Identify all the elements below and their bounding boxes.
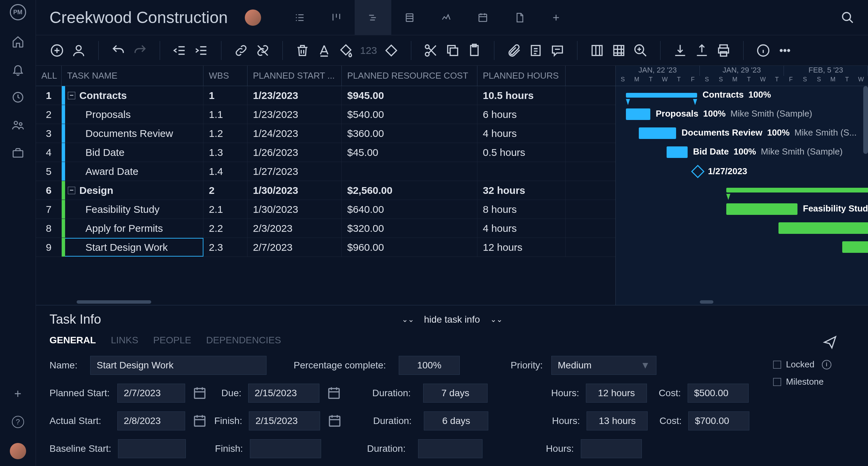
actual-duration-input[interactable]: 6 days xyxy=(424,411,488,430)
priority-select[interactable]: Medium▼ xyxy=(551,356,656,375)
cell-planned-start[interactable]: 1/30/2023 xyxy=(248,200,342,219)
briefcase-icon[interactable] xyxy=(12,146,24,159)
assign-icon[interactable] xyxy=(71,43,86,58)
cell-resource-cost[interactable] xyxy=(342,162,477,181)
cell-planned-start[interactable]: 1/27/2023 xyxy=(248,162,342,181)
grid-horizontal-scrollbar[interactable] xyxy=(36,299,615,305)
help-icon[interactable]: ? xyxy=(12,416,24,428)
calendar-icon[interactable] xyxy=(326,385,342,401)
cell-planned-hours[interactable]: 10.5 hours xyxy=(477,86,566,105)
col-header-start[interactable]: PLANNED START ... xyxy=(248,66,342,86)
attach-icon[interactable] xyxy=(507,43,521,58)
gantt-bar[interactable] xyxy=(726,203,797,215)
add-icon[interactable]: + xyxy=(14,387,21,401)
actual-cost-input[interactable]: $700.00 xyxy=(688,411,749,430)
cell-planned-hours[interactable] xyxy=(477,162,566,181)
cell-wbs[interactable]: 2.3 xyxy=(203,238,248,257)
grid-icon[interactable] xyxy=(611,43,626,58)
cell-task-name[interactable]: Bid Date xyxy=(62,143,203,162)
cell-wbs[interactable]: 1 xyxy=(203,86,248,105)
grid-row[interactable]: 1−Contracts11/23/2023$945.0010.5 hours xyxy=(36,86,615,105)
cell-planned-start[interactable]: 1/26/2023 xyxy=(248,143,342,162)
outdent-icon[interactable] xyxy=(172,43,187,58)
view-gantt[interactable] xyxy=(355,0,391,35)
cell-task-name[interactable]: Proposals xyxy=(62,105,203,124)
view-add[interactable] xyxy=(538,0,574,35)
chevron-down-icon[interactable]: ⌄⌄ xyxy=(402,315,414,324)
cell-planned-start[interactable]: 2/7/2023 xyxy=(248,238,342,257)
indent-icon[interactable] xyxy=(194,43,209,58)
cell-wbs[interactable]: 2.2 xyxy=(203,219,248,238)
col-header-hours[interactable]: PLANNED HOURS xyxy=(477,66,566,86)
gantt-bar[interactable] xyxy=(626,93,697,98)
actual-start-input[interactable]: 2/8/2023 xyxy=(117,411,185,430)
redo-icon[interactable] xyxy=(133,43,147,58)
calendar-icon[interactable] xyxy=(192,413,208,429)
cell-planned-hours[interactable]: 12 hours xyxy=(477,238,566,257)
collapse-icon[interactable]: − xyxy=(68,92,75,99)
gantt-bar[interactable] xyxy=(639,127,676,139)
project-avatar[interactable] xyxy=(245,9,261,26)
gantt-bar[interactable] xyxy=(667,146,688,158)
view-calendar[interactable] xyxy=(465,0,501,35)
planned-duration-input[interactable]: 7 days xyxy=(423,384,488,403)
gantt-bar[interactable] xyxy=(778,222,868,234)
app-logo[interactable]: PM xyxy=(10,4,26,20)
col-header-cost[interactable]: PLANNED RESOURCE COST xyxy=(342,66,477,86)
comment-icon[interactable] xyxy=(550,43,565,58)
info-icon[interactable] xyxy=(756,43,771,58)
columns-icon[interactable] xyxy=(590,43,605,58)
cell-planned-start[interactable]: 1/23/2023 xyxy=(248,105,342,124)
grid-row[interactable]: 2Proposals1.11/23/2023$540.006 hours xyxy=(36,105,615,124)
cell-task-name[interactable]: Documents Review xyxy=(62,124,203,143)
milestone-icon[interactable] xyxy=(384,43,399,58)
col-header-all[interactable]: ALL xyxy=(36,66,62,86)
baseline-finish-input[interactable] xyxy=(250,439,321,458)
gantt-horizontal-scrollbar[interactable] xyxy=(616,299,868,305)
view-dashboard[interactable] xyxy=(428,0,465,35)
grid-row[interactable]: 6−Design21/30/2023$2,560.0032 hours xyxy=(36,181,615,200)
tab-general[interactable]: GENERAL xyxy=(50,335,96,346)
cell-wbs[interactable]: 1.1 xyxy=(203,105,248,124)
cell-planned-start[interactable]: 1/24/2023 xyxy=(248,124,342,143)
cell-task-name[interactable]: −Design xyxy=(62,181,203,200)
copy-icon[interactable] xyxy=(445,43,460,58)
cell-planned-hours[interactable]: 0.5 hours xyxy=(477,143,566,162)
baseline-start-input[interactable] xyxy=(118,439,186,458)
grid-row[interactable]: 5Award Date1.41/27/2023 xyxy=(36,162,615,181)
undo-icon[interactable] xyxy=(111,43,126,58)
calendar-icon[interactable] xyxy=(192,385,208,401)
info-icon[interactable]: i xyxy=(822,360,831,369)
cell-resource-cost[interactable]: $45.00 xyxy=(342,143,477,162)
fill-icon[interactable] xyxy=(338,43,353,58)
planned-cost-input[interactable]: $500.00 xyxy=(688,384,749,403)
cell-planned-hours[interactable]: 6 hours xyxy=(477,105,566,124)
tab-links[interactable]: LINKS xyxy=(111,335,138,346)
col-header-wbs[interactable]: WBS xyxy=(203,66,248,86)
note-icon[interactable] xyxy=(528,43,543,58)
view-file[interactable] xyxy=(501,0,538,35)
cell-task-name[interactable]: Apply for Permits xyxy=(62,219,203,238)
grid-row[interactable]: 3Documents Review1.21/24/2023$360.004 ho… xyxy=(36,124,615,143)
gantt-milestone[interactable] xyxy=(691,165,705,178)
people-icon[interactable] xyxy=(12,119,24,131)
pct-input[interactable]: 100% xyxy=(399,356,460,375)
cell-task-name[interactable]: Award Date xyxy=(62,162,203,181)
cell-resource-cost[interactable]: $360.00 xyxy=(342,124,477,143)
name-input[interactable]: Start Design Work xyxy=(90,356,267,375)
cell-planned-hours[interactable]: 32 hours xyxy=(477,181,566,200)
zoom-icon[interactable] xyxy=(633,43,648,58)
cell-planned-hours[interactable]: 8 hours xyxy=(477,200,566,219)
cell-planned-start[interactable]: 1/30/2023 xyxy=(248,181,342,200)
cell-resource-cost[interactable]: $2,560.00 xyxy=(342,181,477,200)
print-icon[interactable] xyxy=(716,43,731,58)
cell-planned-start[interactable]: 2/3/2023 xyxy=(248,219,342,238)
tab-dependencies[interactable]: DEPENDENCIES xyxy=(206,335,281,346)
cell-planned-start[interactable]: 1/23/2023 xyxy=(248,86,342,105)
cell-wbs[interactable]: 1.2 xyxy=(203,124,248,143)
cell-resource-cost[interactable]: $960.00 xyxy=(342,238,477,257)
home-icon[interactable] xyxy=(12,35,24,48)
unlink-icon[interactable] xyxy=(255,43,270,58)
cell-task-name[interactable]: Feasibility Study xyxy=(62,200,203,219)
clock-icon[interactable] xyxy=(12,91,24,104)
